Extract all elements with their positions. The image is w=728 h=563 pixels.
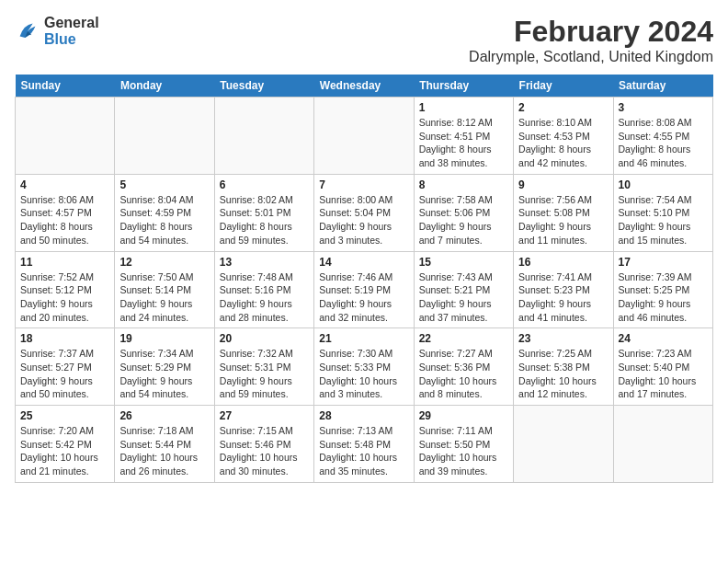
day-info: Sunrise: 7:20 AMSunset: 5:42 PMDaylight:… [20,424,109,478]
day-number: 20 [220,332,309,345]
logo-icon [15,18,40,44]
weekday-header-cell: Monday [115,75,214,98]
day-number: 16 [518,256,608,269]
calendar-day-cell: 28Sunrise: 7:13 AMSunset: 5:48 PMDayligh… [314,406,414,483]
weekday-header-cell: Thursday [414,75,513,98]
day-info: Sunrise: 7:48 AMSunset: 5:16 PMDaylight:… [220,270,309,325]
day-number: 6 [220,178,309,191]
calendar-day-cell [314,98,414,175]
main-title: February 2024 [469,15,713,49]
day-number: 3 [619,101,708,114]
day-info: Sunrise: 7:25 AMSunset: 5:38 PMDaylight:… [518,347,608,401]
calendar-week-row: 25Sunrise: 7:20 AMSunset: 5:42 PMDayligh… [16,406,713,483]
day-info: Sunrise: 7:41 AMSunset: 5:23 PMDaylight:… [518,270,608,325]
day-number: 1 [419,101,508,114]
calendar-day-cell: 22Sunrise: 7:27 AMSunset: 5:36 PMDayligh… [414,328,513,406]
calendar-day-cell: 7Sunrise: 8:00 AMSunset: 5:04 PMDaylight… [314,174,414,251]
day-number: 22 [419,332,508,345]
calendar-day-cell: 4Sunrise: 8:06 AMSunset: 4:57 PMDaylight… [16,174,115,251]
day-info: Sunrise: 7:56 AMSunset: 5:08 PMDaylight:… [518,193,608,247]
calendar-day-cell: 6Sunrise: 8:02 AMSunset: 5:01 PMDaylight… [214,174,313,251]
calendar-day-cell: 12Sunrise: 7:50 AMSunset: 5:14 PMDayligh… [115,251,214,328]
day-number: 12 [119,256,209,269]
calendar-week-row: 18Sunrise: 7:37 AMSunset: 5:27 PMDayligh… [16,328,713,406]
day-number: 14 [319,256,408,269]
calendar-day-cell: 29Sunrise: 7:11 AMSunset: 5:50 PMDayligh… [414,406,513,483]
day-info: Sunrise: 7:18 AMSunset: 5:44 PMDaylight:… [119,424,209,478]
day-number: 28 [319,409,408,422]
day-number: 18 [20,332,109,345]
calendar-day-cell: 26Sunrise: 7:18 AMSunset: 5:44 PMDayligh… [115,406,214,483]
weekday-header-cell: Friday [514,75,613,98]
calendar-body: 1Sunrise: 8:12 AMSunset: 4:51 PMDaylight… [16,98,713,483]
day-number: 27 [220,409,309,422]
calendar-day-cell: 15Sunrise: 7:43 AMSunset: 5:21 PMDayligh… [414,251,513,328]
day-number: 7 [319,178,408,191]
day-number: 23 [518,332,608,345]
weekday-header-row: SundayMondayTuesdayWednesdayThursdayFrid… [16,75,713,98]
day-info: Sunrise: 8:10 AMSunset: 4:53 PMDaylight:… [518,116,608,170]
title-block: February 2024 Dalrymple, Scotland, Unite… [469,15,713,65]
calendar-day-cell: 9Sunrise: 7:56 AMSunset: 5:08 PMDaylight… [514,174,613,251]
calendar-day-cell [613,406,712,483]
day-number: 2 [518,101,608,114]
day-info: Sunrise: 8:02 AMSunset: 5:01 PMDaylight:… [220,193,309,247]
day-number: 8 [419,178,508,191]
weekday-header-cell: Sunday [16,75,115,98]
calendar-day-cell: 13Sunrise: 7:48 AMSunset: 5:16 PMDayligh… [214,251,313,328]
day-info: Sunrise: 7:50 AMSunset: 5:14 PMDaylight:… [119,270,209,325]
day-number: 17 [619,256,708,269]
weekday-header-cell: Saturday [613,75,712,98]
calendar-day-cell: 20Sunrise: 7:32 AMSunset: 5:31 PMDayligh… [214,328,313,406]
day-number: 9 [518,178,608,191]
calendar-day-cell [514,406,613,483]
calendar-day-cell: 14Sunrise: 7:46 AMSunset: 5:19 PMDayligh… [314,251,414,328]
day-number: 19 [119,332,209,345]
calendar-day-cell: 3Sunrise: 8:08 AMSunset: 4:55 PMDaylight… [613,98,712,175]
calendar-week-row: 11Sunrise: 7:52 AMSunset: 5:12 PMDayligh… [16,251,713,328]
day-info: Sunrise: 7:30 AMSunset: 5:33 PMDaylight:… [319,347,408,401]
weekday-header-cell: Wednesday [314,75,414,98]
day-number: 4 [20,178,109,191]
logo-text: General Blue [44,15,99,48]
logo: General Blue [15,15,99,48]
subtitle: Dalrymple, Scotland, United Kingdom [469,49,713,65]
day-number: 29 [419,409,508,422]
day-info: Sunrise: 7:23 AMSunset: 5:40 PMDaylight:… [619,347,708,401]
calendar-day-cell: 11Sunrise: 7:52 AMSunset: 5:12 PMDayligh… [16,251,115,328]
day-number: 21 [319,332,408,345]
day-number: 15 [419,256,508,269]
day-info: Sunrise: 7:27 AMSunset: 5:36 PMDaylight:… [419,347,508,401]
day-info: Sunrise: 8:06 AMSunset: 4:57 PMDaylight:… [20,193,109,247]
day-info: Sunrise: 7:11 AMSunset: 5:50 PMDaylight:… [419,424,508,478]
day-info: Sunrise: 7:46 AMSunset: 5:19 PMDaylight:… [319,270,408,325]
calendar-day-cell: 2Sunrise: 8:10 AMSunset: 4:53 PMDaylight… [514,98,613,175]
day-info: Sunrise: 8:04 AMSunset: 4:59 PMDaylight:… [119,193,209,247]
day-info: Sunrise: 7:34 AMSunset: 5:29 PMDaylight:… [119,347,209,401]
calendar-table: SundayMondayTuesdayWednesdayThursdayFrid… [15,75,713,483]
calendar-day-cell: 10Sunrise: 7:54 AMSunset: 5:10 PMDayligh… [613,174,712,251]
calendar-day-cell: 8Sunrise: 7:58 AMSunset: 5:06 PMDaylight… [414,174,513,251]
calendar-day-cell: 5Sunrise: 8:04 AMSunset: 4:59 PMDaylight… [115,174,214,251]
day-info: Sunrise: 7:13 AMSunset: 5:48 PMDaylight:… [319,424,408,478]
calendar-day-cell: 16Sunrise: 7:41 AMSunset: 5:23 PMDayligh… [514,251,613,328]
day-number: 24 [619,332,708,345]
day-info: Sunrise: 7:32 AMSunset: 5:31 PMDaylight:… [220,347,309,401]
day-info: Sunrise: 8:00 AMSunset: 5:04 PMDaylight:… [319,193,408,247]
calendar-day-cell: 21Sunrise: 7:30 AMSunset: 5:33 PMDayligh… [314,328,414,406]
day-info: Sunrise: 7:54 AMSunset: 5:10 PMDaylight:… [619,193,708,247]
day-info: Sunrise: 7:15 AMSunset: 5:46 PMDaylight:… [220,424,309,478]
day-number: 10 [619,178,708,191]
calendar-day-cell: 24Sunrise: 7:23 AMSunset: 5:40 PMDayligh… [613,328,712,406]
calendar-day-cell [16,98,115,175]
calendar-week-row: 4Sunrise: 8:06 AMSunset: 4:57 PMDaylight… [16,174,713,251]
calendar-day-cell: 27Sunrise: 7:15 AMSunset: 5:46 PMDayligh… [214,406,313,483]
day-info: Sunrise: 7:58 AMSunset: 5:06 PMDaylight:… [419,193,508,247]
day-number: 26 [119,409,209,422]
day-number: 13 [220,256,309,269]
day-number: 25 [20,409,109,422]
day-info: Sunrise: 7:52 AMSunset: 5:12 PMDaylight:… [20,270,109,325]
page-header: General Blue February 2024 Dalrymple, Sc… [15,15,713,65]
day-info: Sunrise: 8:08 AMSunset: 4:55 PMDaylight:… [619,116,708,170]
day-info: Sunrise: 7:43 AMSunset: 5:21 PMDaylight:… [419,270,508,325]
